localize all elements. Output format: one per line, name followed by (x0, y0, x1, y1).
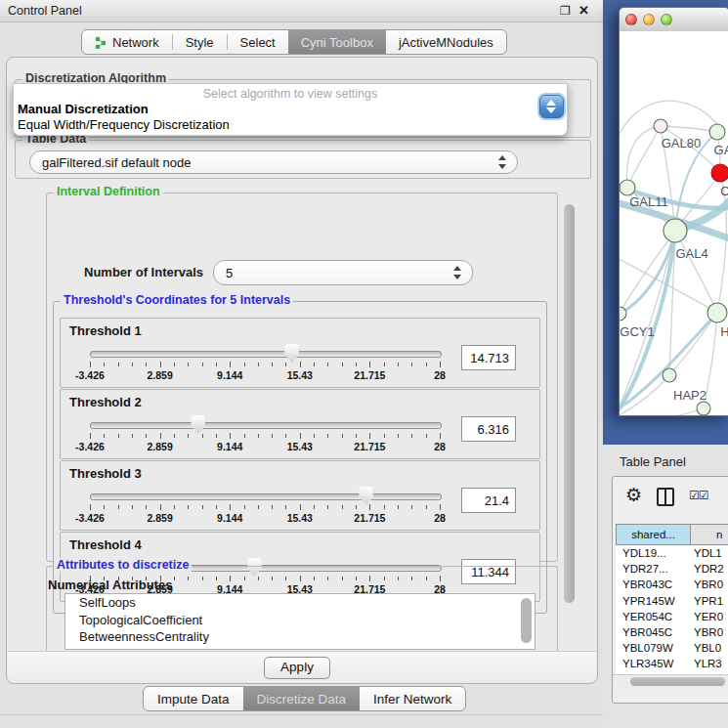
network-node-node-h[interactable] (707, 303, 727, 322)
slider-tick (244, 434, 245, 438)
tab-select[interactable]: Select (228, 30, 288, 54)
slider-tick (90, 433, 91, 439)
tab-infer-network[interactable]: Infer Network (360, 687, 465, 710)
list-scrollbar-thumb[interactable] (521, 598, 532, 643)
attribute-list-item[interactable]: SelfLoops (65, 594, 535, 612)
group-label: Threshold's Coordinates for 5 Intervals (61, 293, 293, 307)
slider-tick-label: 21.715 (354, 512, 385, 524)
slider-tick (285, 434, 286, 438)
mac-minimize-button[interactable] (643, 14, 655, 25)
slider-thumb[interactable] (359, 487, 373, 505)
network-canvas[interactable]: GAL80GACGAL11GAL4GCY1HHAP2 (620, 31, 728, 415)
apply-button[interactable]: Apply (264, 657, 330, 679)
table-row[interactable]: YER054CYER0 (616, 609, 728, 624)
table-body[interactable]: YDL19...YDL1YDR27...YDR2YBR043CYBR0YPR14… (616, 545, 728, 686)
algorithm-placeholder: Select algorithm to view settings (14, 87, 567, 101)
slider-tick (300, 362, 301, 367)
table-data-group: Table Data galFiltered.sif default node (15, 140, 591, 179)
network-node-HAP2[interactable] (663, 368, 676, 382)
mac-zoom-button[interactable] (661, 14, 672, 25)
slider-track[interactable] (90, 422, 442, 429)
slider-tick (188, 363, 189, 366)
slider-tick (272, 363, 273, 366)
slider-track[interactable] (90, 493, 442, 500)
slider-tick (398, 505, 399, 509)
table-cell: YDL1 (691, 547, 728, 559)
settings-vertical-scrollbar[interactable] (561, 183, 578, 650)
close-icon[interactable]: ✕ (578, 3, 589, 18)
scrollbar-thumb[interactable] (630, 677, 725, 686)
threshold-value-field[interactable]: 6.316 (461, 416, 516, 442)
slider-tick (384, 505, 385, 509)
table-data-combobox[interactable]: galFiltered.sif default node (29, 150, 518, 174)
network-node-GAL80[interactable] (654, 119, 667, 133)
tab-cyni-toolbox[interactable]: Cyni Toolbox (288, 30, 386, 54)
network-node-GAL4[interactable] (664, 219, 687, 242)
table-row[interactable]: YBR043CYBR0 (616, 577, 728, 592)
table-row[interactable]: YBR045CYBR0 (616, 624, 728, 640)
threshold-panel-2: Threshold 2-3.4262.8599.14415.4321.71528… (60, 389, 540, 459)
tab-label: Style (186, 35, 214, 50)
tab-network[interactable]: Network (82, 30, 172, 54)
network-node-node-ga[interactable] (709, 124, 725, 140)
gear-icon[interactable]: ⚙ (625, 485, 642, 506)
slider-thumb[interactable] (284, 344, 299, 363)
slider-tick (216, 434, 217, 438)
tab-jactivemnodules[interactable]: jActiveMNodules (386, 30, 506, 54)
dropdown-item-manual-discretization[interactable]: Manual Discretization (18, 102, 149, 116)
threshold-panel-1: Threshold 1-3.4262.8599.14415.4321.71528… (60, 318, 540, 388)
slider-tick (369, 362, 370, 367)
tab-style[interactable]: Style (173, 30, 227, 54)
table-row[interactable]: YDR27...YDR2 (616, 561, 728, 577)
slider-tick (314, 505, 315, 509)
dropdown-item-equal-width-frequency[interactable]: Equal Width/Frequency Discretization (18, 117, 230, 132)
table-row[interactable]: YDL19...YDL1 (616, 545, 728, 561)
slider-tick-label: 9.144 (217, 512, 242, 524)
attribute-list-item[interactable]: TopologicalCoefficient (65, 612, 535, 629)
network-node-node-red[interactable] (711, 164, 728, 182)
tab-impute-data[interactable]: Impute Data (144, 687, 243, 710)
slider-tick (146, 505, 147, 509)
table-row[interactable]: YPR145WYPR1 (616, 593, 728, 609)
mac-close-button[interactable] (625, 14, 637, 25)
network-node-node-edge[interactable] (697, 402, 710, 415)
application-window: Control Panel ❐ ✕ NetworkStyleSelectCyni… (0, 0, 728, 728)
slider-thumb[interactable] (191, 415, 205, 434)
algorithm-combo-stepper[interactable] (539, 95, 564, 118)
slider-tick (440, 362, 441, 367)
select-all-checkbox-icon[interactable]: ☑☑ (689, 489, 708, 502)
slider-tick (118, 434, 119, 438)
threshold-value-field[interactable]: 14.713 (461, 345, 516, 370)
attribute-list-item[interactable]: BetweennessCentrality (65, 628, 535, 646)
table-panel-title: Table Panel (620, 454, 686, 469)
slider-tick-label: 9.144 (217, 441, 242, 452)
tab-label: Cyni Toolbox (301, 35, 373, 50)
table-data-combobox-value: galFiltered.sif default node (42, 155, 191, 170)
tab-discretize-data[interactable]: Discretize Data (243, 687, 361, 710)
slider-tick-label: 15.43 (287, 369, 313, 381)
scrollbar-thumb[interactable] (564, 204, 575, 603)
slider-track[interactable] (90, 351, 442, 358)
table-row[interactable]: YBL079WYBL0 (616, 640, 728, 656)
columns-icon[interactable] (657, 488, 674, 506)
slider-tick (440, 504, 441, 510)
slider-tick (230, 433, 231, 439)
table-row[interactable]: YLR345WYLR3 (616, 656, 728, 671)
slider-tick (384, 434, 385, 438)
numerical-attributes-list[interactable]: SelfLoopsTopologicalCoefficientBetweenne… (64, 593, 535, 650)
threshold-label: Threshold 1 (69, 323, 142, 338)
column-header-name[interactable]: n (691, 524, 728, 545)
column-header-shared-name[interactable]: shared... (616, 524, 691, 545)
float-window-icon[interactable]: ❐ (560, 4, 571, 18)
slider-tick (272, 434, 273, 438)
slider-tick (342, 363, 343, 366)
table-cell: YDR27... (616, 563, 691, 575)
slider-tick (327, 505, 328, 509)
slider-tick (174, 363, 175, 366)
number-of-intervals-combobox[interactable]: 5 (213, 260, 473, 285)
network-node-GAL11[interactable] (620, 180, 635, 195)
table-cell: YBL0 (691, 642, 728, 654)
threshold-value-field[interactable]: 21.4 (461, 488, 516, 513)
table-horizontal-scrollbar[interactable] (613, 674, 728, 689)
network-window-titlebar (620, 8, 728, 32)
